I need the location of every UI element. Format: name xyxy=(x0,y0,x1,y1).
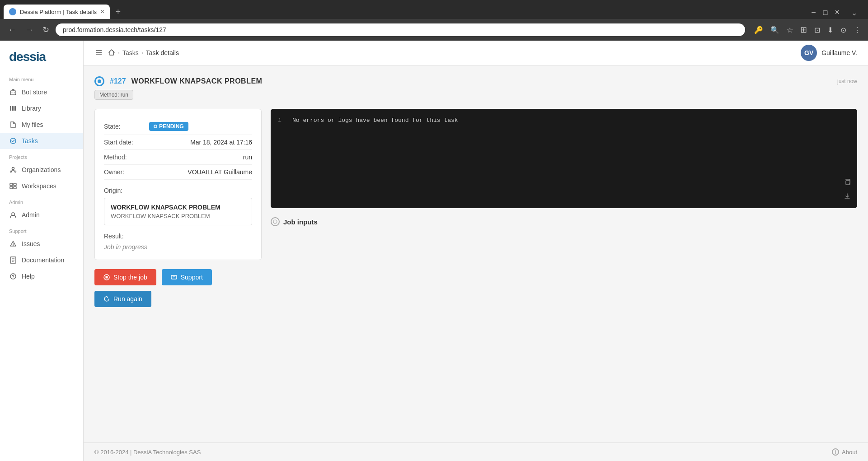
result-section: Result: Job in progress xyxy=(104,233,252,251)
origin-title: WORKFLOW KNAPSACK PROBLEM xyxy=(111,204,245,211)
start-date-label: Start date: xyxy=(104,139,149,146)
svg-point-32 xyxy=(273,220,277,224)
svg-point-7 xyxy=(12,168,14,170)
start-date-value: Mar 18, 2024 at 17:16 xyxy=(190,139,252,146)
task-details-card: State: PENDING Start date: Mar 18, 2024 … xyxy=(94,109,262,260)
svg-point-8 xyxy=(10,171,12,172)
breadcrumb-home[interactable] xyxy=(108,49,115,57)
svg-rect-28 xyxy=(171,275,177,279)
window-minimize[interactable]: − xyxy=(808,6,819,19)
download-icon[interactable]: ⬇ xyxy=(826,24,835,36)
footer: © 2016-2024 | DessiA Technologies SAS i … xyxy=(84,442,868,461)
about-link[interactable]: i About xyxy=(832,448,857,456)
field-method: Method: run xyxy=(104,150,252,165)
address-bar[interactable] xyxy=(56,23,745,36)
sidebar-item-admin[interactable]: Admin xyxy=(0,207,83,223)
task-columns: State: PENDING Start date: Mar 18, 2024 … xyxy=(94,109,857,307)
svg-point-14 xyxy=(12,213,14,215)
about-icon: i xyxy=(832,448,839,456)
user-avatar[interactable]: GV xyxy=(801,45,817,61)
star-icon[interactable]: ☆ xyxy=(785,24,795,36)
user-name: Guillaume V. xyxy=(821,49,857,56)
help-icon xyxy=(9,272,17,280)
section-projects: Projects xyxy=(0,149,83,162)
action-buttons: Stop the job Support Run again xyxy=(94,269,262,307)
terminal-line: 1 No errors or logs have been found for … xyxy=(278,116,850,126)
field-owner: Owner: VOUAILLAT Guillaume xyxy=(104,165,252,180)
method-label: Method: xyxy=(104,154,149,161)
files-icon xyxy=(9,121,17,129)
sidebar-toggle-icon[interactable]: ⊡ xyxy=(812,24,822,36)
task-left-panel: State: PENDING Start date: Mar 18, 2024 … xyxy=(94,109,262,307)
origin-sub: WORKFLOW KNAPSACK PROBLEM xyxy=(111,213,245,219)
window-close[interactable]: × xyxy=(832,6,842,19)
task-id: #127 xyxy=(110,77,126,85)
about-label: About xyxy=(842,449,857,456)
terminal-copy-button[interactable] xyxy=(843,177,852,188)
breadcrumb-tasks[interactable]: Tasks xyxy=(122,49,139,56)
sidebar-item-workspaces[interactable]: Workspaces xyxy=(0,178,83,194)
terminal-download-button[interactable] xyxy=(843,192,852,203)
refresh-button[interactable]: ↻ xyxy=(40,23,52,37)
svg-rect-27 xyxy=(106,276,108,279)
support-button[interactable]: Support xyxy=(162,269,212,285)
page-content: #127 WORKFLOW KNAPSACK PROBLEM just now … xyxy=(84,65,868,442)
svg-rect-10 xyxy=(10,183,13,186)
svg-point-1 xyxy=(12,93,13,93)
owner-label: Owner: xyxy=(104,168,149,176)
sidebar-toggle-button[interactable] xyxy=(94,48,103,58)
terminal: 1 No errors or logs have been found for … xyxy=(271,109,857,208)
library-label: Library xyxy=(22,105,41,112)
section-admin: Admin xyxy=(0,194,83,207)
menu-icon[interactable]: ⋮ xyxy=(852,24,863,36)
sidebar-item-help[interactable]: Help xyxy=(0,268,83,284)
extensions-icon[interactable]: ⊞ xyxy=(798,23,809,37)
logo-text: dessia xyxy=(9,50,46,64)
task-timestamp: just now xyxy=(837,78,857,84)
breadcrumb: › Tasks › Task details xyxy=(94,48,179,58)
breadcrumb-sep-2: › xyxy=(141,50,143,56)
zoom-icon: 🔍 xyxy=(769,24,781,36)
line-number: 1 xyxy=(278,116,287,126)
svg-point-16 xyxy=(13,245,14,246)
job-inputs-header[interactable]: Job inputs xyxy=(271,217,857,226)
docs-icon xyxy=(9,256,17,264)
workspace-icon xyxy=(9,182,17,190)
back-button[interactable]: ← xyxy=(5,23,19,37)
new-tab-button[interactable]: + xyxy=(112,5,124,19)
sidebar-item-documentation[interactable]: Documentation xyxy=(0,252,83,268)
origin-card[interactable]: WORKFLOW KNAPSACK PROBLEM WORKFLOW KNAPS… xyxy=(104,198,252,225)
tabs-more-button[interactable]: ⌄ xyxy=(848,7,861,19)
status-inner xyxy=(98,79,101,83)
run-again-button[interactable]: Run again xyxy=(94,291,151,307)
forward-button[interactable]: → xyxy=(23,23,36,37)
tab-close-icon[interactable]: × xyxy=(100,8,104,15)
sidebar-item-issues[interactable]: Issues xyxy=(0,236,83,252)
sidebar-item-organizations[interactable]: Organizations xyxy=(0,162,83,178)
sidebar-item-bot-store[interactable]: Bot store xyxy=(0,84,83,100)
breadcrumb-sep-1: › xyxy=(118,50,120,56)
sidebar-item-my-files[interactable]: My files xyxy=(0,116,83,133)
user-info: GV Guillaume V. xyxy=(801,45,857,61)
task-right-panel: 1 No errors or logs have been found for … xyxy=(271,109,857,307)
browser-tab[interactable]: Dessia Platform | Task details × xyxy=(4,5,110,19)
stop-job-button[interactable]: Stop the job xyxy=(94,269,156,285)
organizations-label: Organizations xyxy=(22,166,61,173)
profile-icon[interactable]: ⊙ xyxy=(839,24,848,36)
sidebar-item-library[interactable]: Library xyxy=(0,100,83,116)
field-start-date: Start date: Mar 18, 2024 at 17:16 xyxy=(104,135,252,150)
tasks-icon xyxy=(9,137,17,145)
password-icon: 🔑 xyxy=(752,24,765,36)
svg-point-9 xyxy=(15,171,16,172)
task-header: #127 WORKFLOW KNAPSACK PROBLEM just now xyxy=(94,76,857,86)
breadcrumb-current: Task details xyxy=(146,49,179,56)
tab-title: Dessia Platform | Task details xyxy=(20,9,97,15)
terminal-message: No errors or logs have been found for th… xyxy=(292,116,458,126)
section-main-menu: Main menu xyxy=(0,71,83,84)
sidebar-item-tasks[interactable]: Tasks xyxy=(0,133,83,149)
svg-rect-5 xyxy=(14,106,16,111)
window-maximize[interactable]: □ xyxy=(821,7,830,19)
svg-point-22 xyxy=(13,277,13,278)
browser-chrome: Dessia Platform | Task details × + − □ ×… xyxy=(0,0,868,41)
logo: dessia xyxy=(0,41,83,71)
